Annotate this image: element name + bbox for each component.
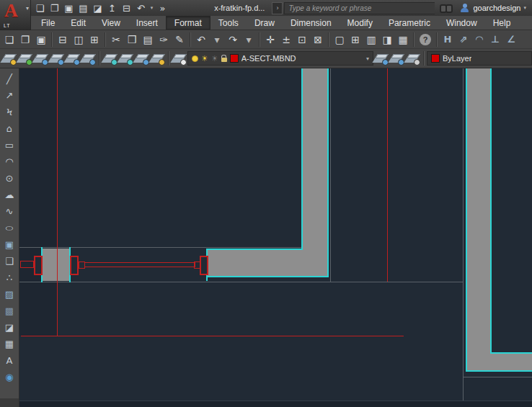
red-construction-line-h[interactable] [21, 336, 404, 336]
undo-button[interactable]: ↶ [193, 32, 209, 48]
window-jamb[interactable] [34, 256, 43, 275]
layer-unlock-button[interactable] [150, 50, 166, 66]
gradient-tool[interactable]: ▩ [1, 303, 18, 319]
menu-file[interactable]: File [33, 16, 63, 30]
color-control-dropdown[interactable]: ByLayer [427, 51, 532, 66]
menu-draw[interactable]: Draw [247, 16, 283, 30]
layer-control-dropdown[interactable]: ☀ ☀ A-SECT-MBND ▾ [187, 51, 373, 66]
table-tool[interactable]: ▦ [1, 336, 18, 352]
line-tool[interactable]: ╱ [1, 71, 18, 87]
sheet-set-button[interactable]: ◨ [379, 32, 395, 48]
menu-parametric[interactable]: Parametric [381, 16, 438, 30]
arc-tool[interactable]: ◠ [1, 153, 18, 170]
window-glazing[interactable] [84, 262, 195, 267]
vp-freeze-icon[interactable]: ☀ [211, 55, 218, 63]
polygon-tool[interactable]: ⌂ [1, 120, 18, 137]
qat-print-button[interactable]: ⊟ [120, 1, 133, 14]
menu-edit[interactable]: Edit [63, 16, 94, 30]
username-label[interactable]: goarchdesign [473, 4, 520, 12]
spline-tool[interactable]: ∿ [1, 203, 18, 220]
tool-palettes-button[interactable]: ▥ [363, 32, 379, 48]
menu-window[interactable]: Window [438, 16, 485, 30]
menu-dimension[interactable]: Dimension [283, 16, 340, 30]
menu-modify[interactable]: Modify [340, 16, 381, 30]
open-button[interactable]: ❐ [17, 32, 33, 48]
change-to-current-layer-button[interactable] [49, 50, 65, 66]
plot-preview-button[interactable]: ◫ [71, 32, 87, 48]
region-tool[interactable]: ◪ [1, 319, 18, 336]
make-current-button[interactable] [373, 50, 389, 66]
layer-off-button[interactable] [118, 50, 134, 66]
user-avatar-icon[interactable] [460, 4, 469, 13]
drawing-canvas[interactable] [19, 68, 532, 407]
rectangle-tool[interactable]: ▭ [1, 137, 18, 153]
layer-translate-button[interactable] [81, 50, 97, 66]
layer-update-button[interactable] [65, 50, 81, 66]
wall-face-line[interactable] [19, 282, 463, 282]
circle-tool[interactable]: ⊙ [1, 170, 18, 187]
qat-undo-caret[interactable]: ▾ [148, 1, 155, 14]
wall-edge-cyan[interactable] [301, 68, 303, 250]
user-menu-caret-icon[interactable]: ▾ [523, 5, 526, 11]
menu-format[interactable]: Format [166, 16, 210, 30]
zoom-window-button[interactable]: ⊡ [294, 32, 310, 48]
wall-edge-cyan[interactable] [490, 68, 492, 354]
dim-arc-button[interactable]: ◠ [471, 32, 487, 48]
dim-ordinate-button[interactable]: ⊥ [487, 32, 503, 48]
text-tool[interactable]: A [1, 352, 18, 369]
qat-overflow-button[interactable]: » [156, 1, 169, 14]
draw-order-tool[interactable]: ◉ [1, 369, 18, 385]
pan-button[interactable]: ✛ [262, 32, 278, 48]
wall-fill[interactable] [207, 250, 303, 277]
menu-help[interactable]: Help [485, 16, 519, 30]
revision-cloud-tool[interactable]: ☁ [1, 187, 18, 203]
qat-export-button[interactable]: ◪ [91, 1, 105, 14]
application-menu-button[interactable]: A LT ▾ [0, 0, 31, 30]
wall-fill[interactable] [42, 249, 70, 281]
dim-angular-button[interactable]: ∠ [503, 32, 519, 48]
wall-edge-cyan[interactable] [207, 276, 329, 277]
copy-button[interactable]: ❒ [124, 32, 140, 48]
insert-block-tool[interactable]: ▣ [1, 236, 18, 253]
publish-button[interactable]: ⊞ [87, 32, 102, 48]
wall-edge-cyan[interactable] [207, 249, 303, 250]
qat-undo-button[interactable]: ↶ [134, 1, 148, 14]
help-button[interactable]: ? [420, 34, 431, 45]
wall-edge-cyan[interactable] [466, 370, 532, 372]
qat-save-button[interactable]: ▣ [62, 1, 76, 14]
design-center-button[interactable]: ⊞ [347, 32, 363, 48]
wall-face-line[interactable] [330, 68, 331, 282]
red-construction-line-v[interactable] [387, 68, 388, 282]
paste-button[interactable]: ▤ [140, 32, 156, 48]
qat-open-button[interactable]: ❐ [48, 1, 61, 14]
search-icon[interactable] [439, 4, 453, 12]
menu-view[interactable]: View [94, 16, 128, 30]
undo-caret[interactable]: ▾ [209, 32, 225, 48]
menu-tools[interactable]: Tools [210, 16, 247, 30]
layer-states-manager-button[interactable] [405, 50, 421, 66]
layer-lock-button[interactable] [134, 50, 150, 66]
hatch-tool[interactable]: ▨ [1, 286, 18, 303]
layer-match-button[interactable] [33, 50, 49, 66]
wall-fill[interactable] [492, 353, 532, 372]
make-block-tool[interactable]: ❑ [1, 253, 18, 269]
window-stop[interactable] [20, 261, 34, 268]
search-expander-button[interactable]: › [272, 2, 283, 14]
dim-aligned-button[interactable]: ⇗ [456, 32, 471, 48]
wall-face-line[interactable] [463, 377, 532, 377]
new-button[interactable]: ❏ [1, 32, 17, 48]
properties-button[interactable]: ▢ [332, 32, 347, 48]
cut-button[interactable]: ✂ [108, 32, 124, 48]
window-jamb[interactable] [200, 256, 208, 275]
wall-edge-cyan[interactable] [327, 68, 329, 277]
layer-states-button[interactable] [17, 50, 33, 66]
construction-line-tool[interactable]: ↗ [1, 87, 18, 104]
make-object-layer-current-button[interactable] [1, 50, 17, 66]
zoom-realtime-button[interactable]: ± [278, 32, 294, 48]
qat-new-button[interactable]: ❏ [33, 1, 47, 14]
qat-transfer-button[interactable]: ↥ [105, 1, 119, 14]
red-construction-line-v[interactable] [57, 68, 58, 336]
point-tool[interactable]: ∴ [1, 269, 18, 286]
zoom-previous-button[interactable]: ⊠ [310, 32, 326, 48]
layer-freeze-button[interactable] [102, 50, 118, 66]
